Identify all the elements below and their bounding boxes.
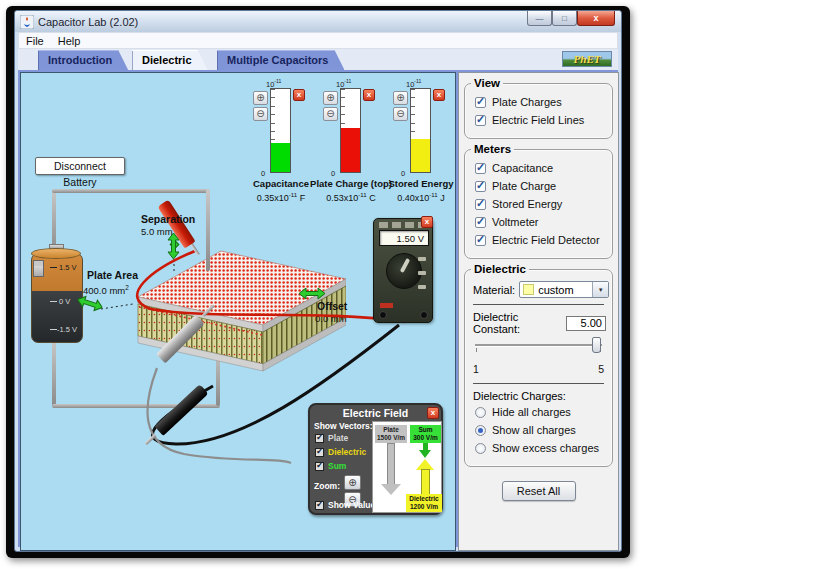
offset-label: Offset: [317, 300, 347, 312]
close-icon[interactable]: x: [293, 89, 305, 101]
sum-field-arrow: [419, 450, 431, 458]
phet-logo: PhET: [562, 51, 612, 67]
meters-group: Meters Capacitance Plate Charge Stored E…: [464, 149, 613, 259]
title-bar[interactable]: Capacitor Lab (2.02) — □ x: [15, 11, 621, 32]
dielectric-constant-slider[interactable]: [475, 337, 602, 363]
plate-charge-checkbox[interactable]: Plate Charge: [475, 180, 604, 192]
meter-title: Stored Energy: [368, 178, 456, 189]
control-panel: View Plate Charges Electric Field Lines …: [458, 72, 619, 551]
plate-charges-checkbox[interactable]: Plate Charges: [475, 96, 604, 108]
play-area: 1.5 V 0 V -1.5 V: [20, 72, 456, 551]
close-icon[interactable]: x: [433, 89, 445, 101]
voltmeter-red-jack: [420, 311, 428, 319]
hide-all-charges-radio[interactable]: Hide all charges: [475, 406, 604, 418]
meter-value: 0.40x10-11 J: [368, 191, 456, 203]
material-swatch: [523, 284, 534, 295]
efield-zoom-label: Zoom:: [314, 481, 340, 491]
dielectric-constant-label: Dielectric Constant:: [473, 311, 562, 335]
voltmeter-display: 1.50 V: [379, 230, 429, 246]
plate-field-arrow: [381, 484, 401, 495]
voltmeter-checkbox[interactable]: Voltmeter: [475, 216, 604, 228]
efield-readout-box: Plate1500 V/m Sum300 V/m Dielectric1200 …: [372, 421, 442, 513]
menu-bar: File Help: [18, 32, 618, 49]
show-excess-charges-radio[interactable]: Show excess charges: [475, 442, 604, 454]
zoom-in-button[interactable]: ⊕: [323, 91, 338, 105]
separation-drag-arrow[interactable]: [167, 233, 180, 259]
efield-zoom-in-button[interactable]: ⊕: [344, 475, 361, 490]
plate-charge-bar: [340, 88, 361, 173]
content-pane: 1.5 V 0 V -1.5 V: [18, 70, 618, 547]
efield-panel[interactable]: Electric Field x Show Vectors: Plate Die…: [308, 403, 443, 515]
tab-multiple-capacitors[interactable]: Multiple Capacitors: [217, 50, 344, 70]
screenshot-frame: Capacitor Lab (2.02) — □ x File Help Int…: [6, 6, 630, 558]
reset-all-button[interactable]: Reset All: [502, 481, 576, 501]
stored-energy-meter: ⊕ ⊖ 10-11 0 x Stored Energy 0.40x10-11 J: [393, 81, 449, 211]
close-button[interactable]: x: [577, 11, 615, 26]
vector-plate-checkbox[interactable]: Plate: [315, 433, 348, 443]
dielectric-group: Dielectric Material: custom ▼ Dielectric…: [464, 269, 613, 467]
java-app-icon: [20, 15, 34, 29]
slider-max-label: 5: [598, 363, 604, 375]
show-all-charges-radio[interactable]: Show all charges: [475, 424, 604, 436]
view-group: View Plate Charges Electric Field Lines: [464, 83, 613, 139]
voltmeter-black-jack: [379, 311, 387, 319]
window-title: Capacitor Lab (2.02): [38, 16, 138, 28]
disconnect-battery-button[interactable]: Disconnect Battery: [35, 157, 125, 175]
vector-sum-checkbox[interactable]: Sum: [315, 461, 346, 471]
close-icon[interactable]: x: [363, 89, 375, 101]
voltmeter-dial[interactable]: [386, 253, 422, 289]
zoom-in-button[interactable]: ⊕: [253, 91, 268, 105]
show-values-checkbox[interactable]: Show Values: [315, 500, 380, 510]
slider-thumb[interactable]: [592, 337, 601, 353]
material-dropdown[interactable]: custom ▼: [519, 281, 609, 298]
sum-field-reading: Sum300 V/m: [410, 425, 441, 443]
app-window: Capacitor Lab (2.02) — □ x File Help Int…: [14, 10, 622, 552]
chevron-down-icon: ▼: [592, 282, 608, 297]
vector-dielectric-checkbox[interactable]: Dielectric: [315, 447, 366, 457]
menu-help[interactable]: Help: [51, 35, 88, 47]
separation-label: Separation: [141, 213, 195, 225]
zoom-in-button[interactable]: ⊕: [393, 91, 408, 105]
tab-dielectric[interactable]: Dielectric: [132, 50, 208, 70]
minimize-button[interactable]: —: [527, 11, 552, 26]
voltmeter[interactable]: 1.50 V: [373, 218, 433, 323]
plate-area-label: Plate Area: [87, 269, 138, 281]
dielectric-field-reading: Dielectric1200 V/m: [406, 494, 442, 512]
plate-area-value: 400.0 mm2: [83, 284, 129, 296]
slider-min-label: 1: [473, 363, 479, 375]
efield-detector-checkbox[interactable]: Electric Field Detector: [475, 234, 604, 246]
show-vectors-label: Show Vectors:: [314, 421, 373, 431]
maximize-button[interactable]: □: [552, 11, 577, 26]
stored-energy-checkbox[interactable]: Stored Energy: [475, 198, 604, 210]
menu-file[interactable]: File: [19, 35, 51, 47]
efield-panel-title[interactable]: Electric Field: [310, 407, 441, 419]
plate-field-reading: Plate1500 V/m: [375, 425, 407, 443]
tab-bar: Introduction Dielectric Multiple Capacit…: [18, 49, 618, 70]
dielectric-charges-label: Dielectric Charges:: [473, 390, 606, 402]
zoom-out-button[interactable]: ⊖: [393, 107, 408, 121]
efield-lines-checkbox[interactable]: Electric Field Lines: [475, 114, 604, 126]
red-probe-cable: [137, 251, 405, 322]
material-label: Material:: [473, 284, 515, 296]
capacitance-checkbox[interactable]: Capacitance: [475, 162, 604, 174]
dielectric-constant-field[interactable]: 5.00: [566, 316, 606, 331]
voltmeter-close-icon[interactable]: x: [421, 216, 433, 228]
stored-energy-bar: [410, 88, 431, 173]
tab-introduction[interactable]: Introduction: [38, 50, 128, 70]
efield-close-icon[interactable]: x: [427, 407, 439, 419]
zoom-out-button[interactable]: ⊖: [253, 107, 268, 121]
offset-drag-arrow[interactable]: [299, 287, 325, 300]
capacitance-bar: [270, 88, 291, 173]
zoom-out-button[interactable]: ⊖: [323, 107, 338, 121]
